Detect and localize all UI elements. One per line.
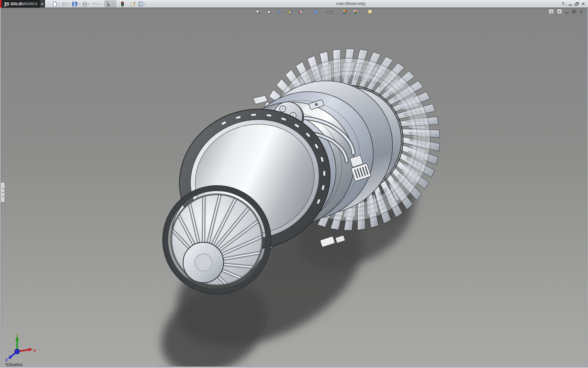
engine-scene	[0, 0, 588, 368]
undo-icon	[92, 1, 97, 7]
save-document-button[interactable]: ▾	[71, 1, 80, 7]
display-style-icon	[313, 9, 318, 15]
dropdown-caret[interactable]: ▾	[145, 3, 146, 5]
help-caret: ▾	[565, 4, 566, 6]
close-button[interactable]: ✕	[582, 2, 585, 6]
app-window-controls: ?▾ ✕	[562, 0, 585, 8]
eyeglasses-icon	[327, 9, 333, 15]
next-window-button[interactable]: ►	[557, 9, 562, 14]
dropdown-caret[interactable]: ▾	[98, 3, 100, 5]
svg-text:Y: Y	[15, 334, 18, 338]
section-view-button[interactable]	[287, 9, 293, 15]
print-document-button[interactable]: ▾	[81, 1, 90, 7]
solidworks-logo-glyph: ƷS	[4, 1, 9, 6]
svg-text:Z: Z	[6, 358, 8, 362]
new-document-icon	[52, 1, 58, 7]
headsup-view-toolbar	[255, 9, 378, 15]
triad-origin	[15, 349, 20, 354]
dropdown-caret[interactable]: ▾	[78, 3, 80, 5]
reference-triad: Y X Z	[2, 334, 39, 362]
help-button[interactable]: ?▾	[562, 1, 566, 7]
zoom-to-area-icon	[266, 9, 271, 15]
titlebar: ƷS SOLIDWORKS ▶ ▾ ▾	[0, 0, 588, 8]
featuremanager-collapse-tab[interactable]: ◄ ◄ ◄	[1, 182, 5, 202]
appearance-ball-icon	[342, 9, 348, 15]
minimize-button[interactable]	[569, 5, 572, 6]
brand-name-light: WORKS	[23, 2, 38, 6]
collapse-arrow-icon: ◄	[2, 195, 4, 197]
dropdown-caret[interactable]: ▾	[58, 3, 60, 5]
file-properties-button[interactable]	[130, 1, 136, 7]
dropdown-caret[interactable]: ▾	[89, 3, 90, 5]
previous-view-icon	[277, 9, 282, 15]
view-settings-button[interactable]	[367, 9, 373, 15]
options-checklist-icon	[138, 1, 144, 7]
edit-appearance-button[interactable]	[342, 9, 348, 15]
traffic-light-icon	[120, 1, 125, 7]
document-window-controls: ◄ ► ✕	[549, 9, 583, 14]
standard-toolbar: ▾ ▾ ▾	[51, 0, 148, 8]
open-document-icon	[62, 1, 68, 7]
doc-close-button[interactable]: ✕	[579, 10, 583, 14]
doc-restore-button[interactable]	[572, 10, 576, 13]
select-tool-button[interactable]: ▾	[104, 1, 116, 7]
document-title: main [Read-only]	[336, 2, 365, 6]
note-pencil-icon	[130, 1, 136, 7]
collapse-arrow-icon: ◄	[2, 191, 4, 194]
zoom-to-fit-icon	[255, 9, 261, 15]
logo-accent-stripe	[0, 0, 2, 8]
zoom-to-fit-button[interactable]	[255, 9, 261, 15]
previous-window-button[interactable]: ◄	[549, 9, 554, 14]
collapse-arrow-icon: ◄	[2, 187, 4, 190]
new-document-button[interactable]: ▾	[51, 1, 60, 7]
save-document-icon	[72, 1, 77, 7]
rebuild-traffic-light-button[interactable]	[119, 1, 126, 7]
keystone-tab	[253, 95, 268, 104]
select-cursor-icon	[106, 1, 111, 7]
display-style-button[interactable]	[312, 9, 318, 15]
print-document-icon	[82, 1, 88, 7]
doc-minimize-button[interactable]	[565, 13, 569, 13]
apply-scene-icon	[353, 9, 358, 15]
cone-bore	[163, 186, 271, 294]
view-orientation-icon	[298, 9, 303, 15]
triad-x-axis: X	[17, 348, 36, 353]
brand-name-bold: SOLID	[10, 2, 23, 6]
dropdown-caret[interactable]: ▾	[69, 3, 70, 5]
options-button[interactable]: ▾	[138, 1, 146, 7]
view-orientation-button[interactable]	[298, 9, 304, 15]
undo-button[interactable]: ▾	[91, 1, 100, 7]
view-settings-icon	[368, 9, 373, 15]
menu-expander-button[interactable]: ▶	[40, 0, 45, 8]
dropdown-caret[interactable]: ▾	[114, 3, 115, 5]
solidworks-logo: ƷS SOLIDWORKS	[0, 0, 40, 8]
restore-button[interactable]	[575, 2, 579, 6]
previous-view-button[interactable]	[276, 9, 282, 15]
section-view-icon	[287, 9, 293, 15]
zoom-to-area-button[interactable]	[266, 9, 272, 15]
statusbar-edge	[0, 366, 588, 368]
svg-text:X: X	[33, 349, 36, 353]
hide-show-items-button[interactable]	[327, 9, 333, 15]
apply-scene-button[interactable]	[352, 9, 359, 15]
open-document-button[interactable]: ▾	[62, 1, 70, 7]
